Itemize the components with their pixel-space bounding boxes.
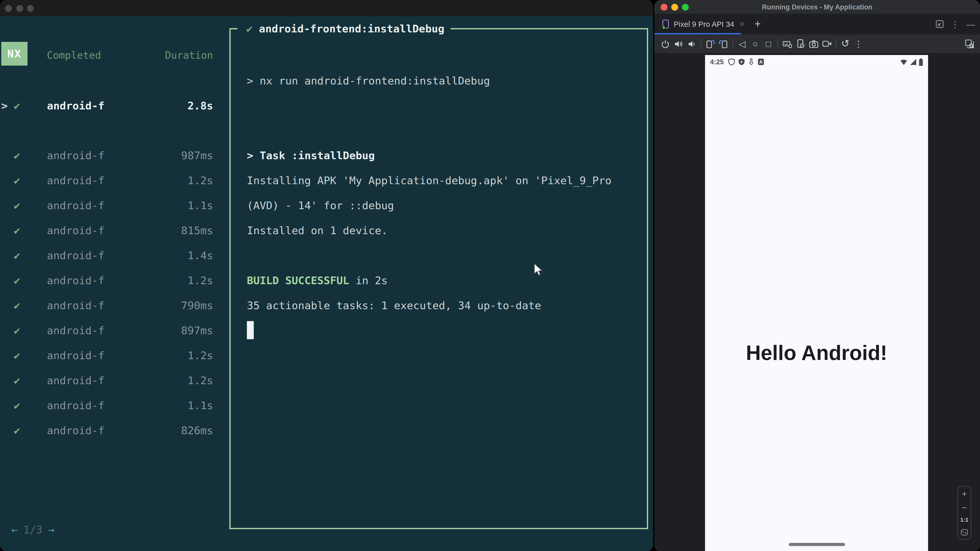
completed-column-header: Completed [47, 43, 101, 68]
battery-icon [919, 58, 923, 66]
task-row[interactable]: ✔android-f1.4s [0, 243, 225, 268]
task-output-title: ✔ android-frontend:installDebug [246, 21, 648, 36]
page-indicator: 1/3 [23, 524, 42, 536]
selected-task-row[interactable]: > ✔ android-f 2.8s [0, 93, 225, 118]
terminal-titlebar[interactable] [0, 0, 653, 16]
duration-column-header: Duration [138, 43, 213, 68]
prev-page-arrow-icon[interactable]: ← [11, 524, 18, 536]
play-protect-shield-icon [738, 58, 745, 65]
check-icon: ✔ [14, 343, 20, 368]
terminal-window: NX Completed Duration > ✔ android-f 2.8s… [0, 0, 653, 551]
zoom-traffic-light[interactable] [682, 4, 689, 11]
cellular-signal-icon [909, 58, 917, 65]
task-name: android-f [47, 318, 105, 343]
device-toolbar: ◁ ○ □ ↺ ⋮ [654, 35, 980, 53]
task-row[interactable]: ✔android-f1.2s [0, 268, 225, 293]
task-row[interactable]: ✔android-f987ms [0, 143, 225, 168]
check-icon: ✔ [14, 193, 20, 218]
task-duration: 987ms [138, 143, 213, 168]
actual-size-button[interactable]: 1:1 [960, 517, 969, 523]
new-tab-button[interactable]: + [755, 18, 761, 30]
task-name: android-f [47, 393, 105, 418]
task-name: android-f [47, 293, 105, 318]
task-row[interactable]: ✔android-f1.2s [0, 168, 225, 193]
task-name: android-f [47, 268, 105, 293]
desktop: NX Completed Duration > ✔ android-f 2.8s… [0, 0, 980, 551]
minimize-traffic-light[interactable] [671, 4, 678, 11]
android-status-bar: 4:25 A [705, 56, 928, 67]
command-line: > nx run android-frontend:installDebug [247, 68, 641, 93]
task-row[interactable]: ✔android-f790ms [0, 293, 225, 318]
float-window-icon[interactable] [935, 20, 944, 28]
keyboard-input-icon[interactable] [781, 36, 794, 51]
task-output-box: ✔ android-frontend:installDebug > nx run… [229, 29, 648, 529]
pagination: ← 1/3 → [11, 522, 55, 537]
task-duration: 790ms [138, 293, 213, 318]
close-traffic-light[interactable] [661, 4, 668, 11]
toolbar-separator [700, 39, 701, 49]
close-traffic-light[interactable] [5, 5, 12, 12]
task-row[interactable]: ✔android-f826ms [0, 418, 225, 443]
volume-down-icon[interactable] [685, 36, 698, 51]
task-output-title-text: android-frontend:installDebug [259, 22, 444, 35]
home-button-icon[interactable]: ○ [749, 36, 762, 51]
reset-device-icon[interactable]: ↺ [839, 36, 852, 51]
task-name: android-f [47, 418, 105, 443]
zoom-controls: + − 1:1 [958, 486, 971, 540]
task-duration: 2.8s [138, 93, 213, 118]
hide-panel-icon[interactable]: — [966, 19, 975, 29]
check-icon: ✔ [14, 218, 20, 243]
fit-to-window-icon[interactable] [961, 529, 968, 536]
gesture-navigation-pill[interactable] [788, 543, 845, 546]
overview-button-icon[interactable]: □ [762, 36, 775, 51]
check-icon: ✔ [14, 243, 20, 268]
running-devices-titlebar[interactable]: Running Devices - My Application [654, 0, 980, 14]
check-icon: ✔ [14, 293, 20, 318]
emulator-screen[interactable]: 4:25 A Hello Android! [705, 55, 928, 551]
zoom-in-button[interactable]: + [962, 490, 967, 498]
task-row[interactable]: ✔android-f815ms [0, 218, 225, 243]
toolbar-more-icon[interactable]: ⋮ [852, 36, 865, 51]
screenshot-camera-icon[interactable] [807, 36, 820, 51]
task-duration: 1.1s [138, 193, 213, 218]
task-row[interactable]: ✔android-f1.2s [0, 368, 225, 393]
tab-options-icon[interactable]: ⋮ [951, 19, 959, 29]
next-page-arrow-icon[interactable]: → [48, 524, 54, 536]
toolbar-separator [778, 39, 778, 49]
task-duration: 826ms [138, 418, 213, 443]
rotate-left-icon[interactable] [704, 36, 717, 51]
task-duration: 897ms [138, 318, 213, 343]
screen-record-icon[interactable] [820, 36, 833, 51]
device-tab-bar: Pixel 9 Pro API 34 × + ⋮ — [654, 14, 980, 35]
screen-zoom-settings-icon[interactable] [962, 36, 977, 51]
check-icon: ✔ [14, 418, 20, 443]
running-devices-window: Running Devices - My Application Pixel 9… [654, 0, 980, 551]
tab-pixel-9-pro[interactable]: Pixel 9 Pro API 34 × [654, 14, 751, 35]
zoom-out-button[interactable]: − [962, 503, 967, 511]
task-name: android-f [47, 368, 105, 393]
power-button-icon[interactable] [659, 36, 672, 51]
device-settings-icon[interactable] [794, 36, 807, 51]
task-duration: 815ms [138, 218, 213, 243]
task-name: android-f [47, 218, 105, 243]
mouse-cursor [533, 263, 544, 277]
install-line-1: Installing APK 'My Application-debug.apk… [247, 168, 641, 193]
task-row[interactable]: ✔android-f1.1s [0, 393, 225, 418]
task-list-header: Completed Duration [0, 43, 225, 68]
check-icon: ✔ [246, 22, 253, 35]
task-name: android-f [47, 193, 105, 218]
task-row[interactable]: ✔android-f1.1s [0, 193, 225, 218]
task-name: android-f [47, 243, 105, 268]
install-line-2: (AVD) - 14' for ::debug [247, 193, 641, 218]
zoom-traffic-light[interactable] [27, 5, 34, 12]
tab-label: Pixel 9 Pro API 34 [674, 20, 734, 28]
rotate-right-icon[interactable] [717, 36, 730, 51]
volume-up-icon[interactable] [672, 36, 685, 51]
tab-close-icon[interactable]: × [740, 19, 745, 29]
task-row[interactable]: ✔android-f897ms [0, 318, 225, 343]
cursor-line [247, 321, 641, 346]
task-row[interactable]: ✔android-f1.2s [0, 343, 225, 368]
minimize-traffic-light[interactable] [16, 5, 23, 12]
back-button-icon[interactable]: ◁ [735, 36, 749, 51]
task-duration: 1.2s [138, 168, 213, 193]
